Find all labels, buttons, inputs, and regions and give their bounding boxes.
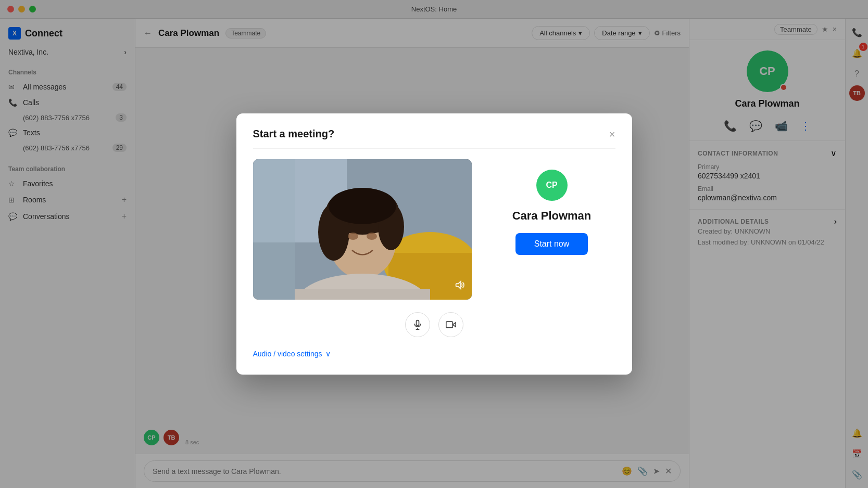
modal-right: CP Cara Plowman Start now <box>488 159 615 255</box>
modal-title: Start a meeting? <box>253 128 335 140</box>
modal-header: Start a meeting? × <box>253 128 615 149</box>
start-now-button[interactable]: Start now <box>515 233 588 255</box>
microphone-button[interactable] <box>405 312 430 337</box>
camera-button[interactable] <box>438 312 463 337</box>
svg-rect-2 <box>253 159 295 300</box>
audio-video-settings-button[interactable]: Audio / video settings ∨ <box>253 350 331 358</box>
modal-overlay: Start a meeting? × <box>0 0 868 488</box>
callee-name: Cara Plowman <box>512 209 592 223</box>
svg-marker-19 <box>452 323 456 327</box>
start-meeting-modal: Start a meeting? × <box>236 113 632 375</box>
video-person <box>253 159 472 300</box>
svg-point-11 <box>329 188 396 224</box>
callee-avatar: CP <box>536 170 568 201</box>
video-preview <box>253 159 472 300</box>
modal-controls <box>253 312 615 337</box>
modal-close-button[interactable]: × <box>609 129 615 139</box>
person-silhouette <box>253 159 472 300</box>
svg-rect-15 <box>295 289 430 300</box>
svg-rect-20 <box>446 322 452 328</box>
svg-point-12 <box>348 233 358 240</box>
audio-settings-row: Audio / video settings ∨ <box>253 343 615 358</box>
volume-icon <box>454 279 466 293</box>
svg-point-13 <box>367 233 377 240</box>
modal-body: CP Cara Plowman Start now <box>253 159 615 300</box>
svg-rect-16 <box>416 320 419 326</box>
chevron-down-icon: ∨ <box>325 350 331 358</box>
